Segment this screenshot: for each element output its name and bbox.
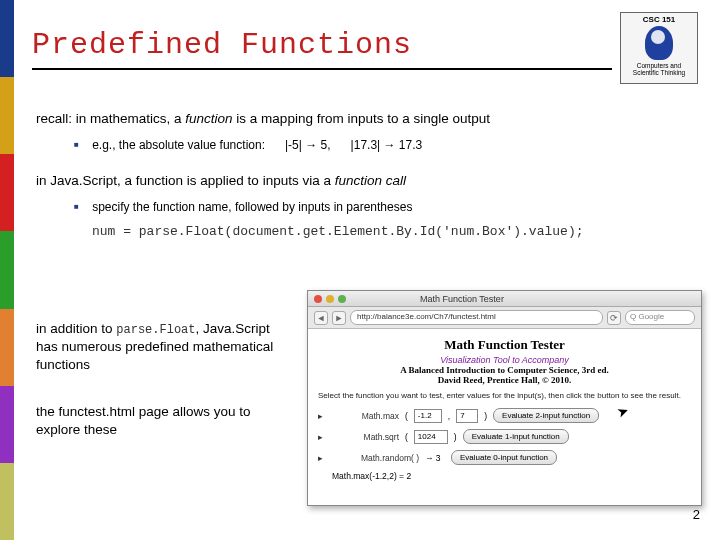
arg1-input[interactable]	[414, 409, 442, 423]
paragraph-js: in Java.Script, a function is applied to…	[36, 172, 696, 190]
instructions: Select the function you want to test, en…	[318, 391, 691, 400]
page-subtitle-1: Visualization Tool to Accompany	[318, 355, 691, 365]
bullet-abs-example: e.g., the absolute value function: |-5| …	[74, 138, 696, 152]
bullet-icon: ▸	[318, 411, 323, 421]
window-title: Math Function Tester	[420, 294, 504, 304]
evaluate-0-button[interactable]: Evaluate 0-input function	[451, 450, 557, 465]
arrow-icon: → 3	[425, 453, 445, 463]
search-field[interactable]: Q Google	[625, 310, 695, 325]
bullet-icon: ▸	[318, 453, 323, 463]
paragraph-addition: in addition to parse.Float, Java.Script …	[36, 320, 286, 375]
logo-subtitle: Computers and Scientific Thinking	[623, 62, 695, 76]
evaluate-1-button[interactable]: Evaluate 1-input function	[463, 429, 569, 444]
close-icon[interactable]	[314, 295, 322, 303]
zoom-icon[interactable]	[338, 295, 346, 303]
browser-titlebar: Math Function Tester	[308, 291, 701, 307]
main-content: recall: in mathematics, a function is a …	[36, 110, 696, 257]
arg2-input[interactable]	[456, 409, 478, 423]
url-field[interactable]: http://balance3e.com/Ch7/functest.html	[350, 310, 603, 325]
function-row-2input: ▸ Math.max ( , ) Evaluate 2-input functi…	[318, 408, 691, 423]
page-subtitle-2: A Balanced Introduction to Computer Scie…	[318, 365, 691, 385]
page-heading: Math Function Tester	[318, 337, 691, 353]
browser-toolbar: ◄ ► http://balance3e.com/Ch7/functest.ht…	[308, 307, 701, 329]
browser-window: Math Function Tester ◄ ► http://balance3…	[307, 290, 702, 506]
reload-button[interactable]: ⟳	[607, 311, 621, 325]
minimize-icon[interactable]	[326, 295, 334, 303]
paragraph-functest: the functest.html page allows you to exp…	[36, 403, 286, 439]
arg1-input[interactable]	[414, 430, 448, 444]
lower-text: in addition to parse.Float, Java.Script …	[36, 320, 286, 467]
course-logo: CSC 151 Computers and Scientific Thinkin…	[620, 12, 698, 84]
func-label: Math.sqrt	[329, 432, 399, 442]
color-sidebar	[0, 0, 14, 540]
back-button[interactable]: ◄	[314, 311, 328, 325]
page-number: 2	[693, 507, 700, 522]
func-label: Math.max	[329, 411, 399, 421]
bullet-specify: specify the function name, followed by i…	[74, 200, 696, 214]
title-rule	[32, 68, 612, 70]
function-row-1input: ▸ Math.sqrt ( ) Evaluate 1-input functio…	[318, 429, 691, 444]
bluejay-icon	[645, 26, 673, 60]
page-title: Predefined Functions	[32, 28, 610, 62]
browser-body: Math Function Tester Visualization Tool …	[308, 329, 701, 489]
code-example: num = parse.Float(document.get.Element.B…	[92, 224, 696, 239]
logo-course: CSC 151	[623, 15, 695, 24]
result-text: Math.max(-1.2,2) = 2	[332, 471, 691, 481]
evaluate-2-button[interactable]: Evaluate 2-input function	[493, 408, 599, 423]
bullet-icon: ▸	[318, 432, 323, 442]
func-label: Math.random( )	[329, 453, 419, 463]
paragraph-recall: recall: in mathematics, a function is a …	[36, 110, 696, 128]
function-row-0input: ▸ Math.random( ) → 3 Evaluate 0-input fu…	[318, 450, 691, 465]
forward-button[interactable]: ►	[332, 311, 346, 325]
